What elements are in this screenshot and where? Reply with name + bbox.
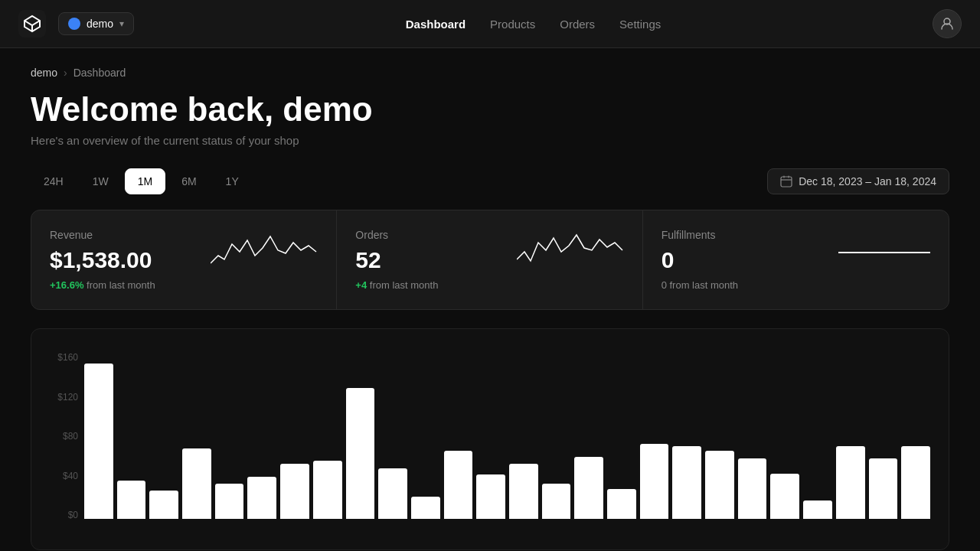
- bar-24: [869, 458, 898, 519]
- store-selector[interactable]: demo ▾: [58, 12, 134, 35]
- bar-0: [84, 364, 113, 519]
- bar-17: [640, 444, 669, 519]
- nav-products[interactable]: Products: [490, 18, 535, 31]
- y-label-120: $120: [50, 392, 84, 403]
- fulfillments-label: Fulfillments: [662, 229, 738, 241]
- orders-change-text: from last month: [370, 279, 439, 291]
- breadcrumb-root[interactable]: demo: [31, 67, 57, 79]
- bar-21: [770, 474, 799, 519]
- revenue-label: Revenue: [50, 229, 155, 241]
- bar-11: [444, 451, 473, 519]
- welcome-title: Welcome back, demo: [31, 91, 949, 128]
- nav-orders[interactable]: Orders: [560, 18, 595, 31]
- stat-info-fulfillments: Fulfillments 0 0 from last month: [662, 229, 738, 291]
- nav-dashboard[interactable]: Dashboard: [406, 18, 466, 31]
- main-content: demo › Dashboard Welcome back, demo Here…: [0, 48, 980, 551]
- calendar-icon: [780, 175, 792, 187]
- revenue-change: +16.6% from last month: [50, 279, 155, 291]
- revenue-value: $1,538.00: [50, 247, 155, 273]
- time-btn-1m[interactable]: 1M: [125, 168, 165, 194]
- svg-rect-0: [18, 10, 46, 37]
- time-btn-24h[interactable]: 24H: [31, 168, 77, 194]
- bar-19: [705, 451, 734, 519]
- orders-change: +4 from last month: [355, 279, 438, 291]
- fulfillments-value: 0: [662, 247, 738, 273]
- bar-1: [117, 481, 146, 519]
- stats-row: Revenue $1,538.00 +16.6% from last month…: [31, 210, 949, 310]
- chevron-down-icon: ▾: [119, 18, 124, 29]
- orders-change-highlight: +4: [355, 279, 367, 291]
- stat-info-orders: Orders 52 +4 from last month: [355, 229, 438, 291]
- store-name-label: demo: [87, 18, 113, 30]
- breadcrumb-separator: ›: [64, 67, 67, 79]
- bars-area: [84, 352, 930, 520]
- stat-info-revenue: Revenue $1,538.00 +16.6% from last month: [50, 229, 155, 291]
- revenue-sparkline: [211, 229, 318, 275]
- welcome-subtitle: Here's an overview of the current status…: [31, 134, 949, 147]
- svg-rect-2: [781, 177, 792, 187]
- bar-5: [247, 477, 276, 519]
- time-buttons: 24H 1W 1M 6M 1Y: [31, 168, 252, 194]
- orders-value: 52: [355, 247, 438, 273]
- stat-card-revenue: Revenue $1,538.00 +16.6% from last month: [31, 210, 337, 309]
- bar-10: [411, 497, 440, 519]
- user-avatar-button[interactable]: [933, 9, 962, 38]
- bar-20: [738, 458, 767, 519]
- bar-16: [607, 489, 636, 519]
- bar-6: [280, 464, 309, 519]
- revenue-change-text: from last month: [87, 279, 155, 291]
- time-filter-row: 24H 1W 1M 6M 1Y Dec 18, 2023 – Jan 18, 2…: [31, 168, 949, 194]
- fulfillments-sparkline: [838, 252, 930, 253]
- chart-wrapper: $0 $40 $80 $120 $160: [50, 344, 930, 543]
- bar-chart-container: $0 $40 $80 $120 $160: [31, 328, 949, 550]
- bar-14: [542, 484, 571, 519]
- y-label-80: $80: [50, 431, 84, 442]
- time-btn-1w[interactable]: 1W: [80, 168, 122, 194]
- bar-9: [378, 468, 407, 519]
- bar-13: [509, 464, 538, 519]
- bar-3: [182, 448, 211, 519]
- stat-card-orders: Orders 52 +4 from last month: [337, 210, 642, 309]
- bar-23: [836, 446, 865, 519]
- orders-label: Orders: [355, 229, 438, 241]
- bar-15: [574, 457, 603, 519]
- bar-7: [313, 461, 342, 519]
- bar-12: [476, 474, 505, 519]
- date-range-button[interactable]: Dec 18, 2023 – Jan 18, 2024: [767, 168, 949, 194]
- y-axis: $0 $40 $80 $120 $160: [50, 352, 84, 520]
- bar-22: [803, 500, 832, 519]
- time-btn-1y[interactable]: 1Y: [213, 168, 252, 194]
- y-label-0: $0: [50, 510, 84, 520]
- revenue-change-highlight: +16.6%: [50, 279, 83, 291]
- nav-settings[interactable]: Settings: [619, 18, 661, 31]
- navbar: demo ▾ Dashboard Products Orders Setting…: [0, 0, 980, 48]
- time-btn-6m[interactable]: 6M: [168, 168, 209, 194]
- bar-25: [901, 446, 930, 519]
- nav-right: [933, 9, 962, 38]
- bar-2: [149, 491, 178, 519]
- fulfillments-change: 0 from last month: [662, 279, 738, 291]
- store-dot: [68, 18, 80, 30]
- logo-icon[interactable]: [18, 10, 46, 37]
- nav-left: demo ▾: [18, 10, 134, 37]
- nav-center: Dashboard Products Orders Settings: [406, 18, 662, 31]
- stat-card-fulfillments: Fulfillments 0 0 from last month: [643, 210, 949, 309]
- orders-sparkline: [517, 229, 624, 275]
- breadcrumb: demo › Dashboard: [31, 67, 949, 79]
- bar-8: [346, 388, 375, 519]
- bar-4: [215, 484, 244, 519]
- y-label-160: $160: [50, 352, 84, 363]
- bar-18: [672, 446, 701, 519]
- date-range-label: Dec 18, 2023 – Jan 18, 2024: [799, 175, 936, 187]
- y-label-40: $40: [50, 471, 84, 481]
- breadcrumb-current: Dashboard: [74, 67, 126, 79]
